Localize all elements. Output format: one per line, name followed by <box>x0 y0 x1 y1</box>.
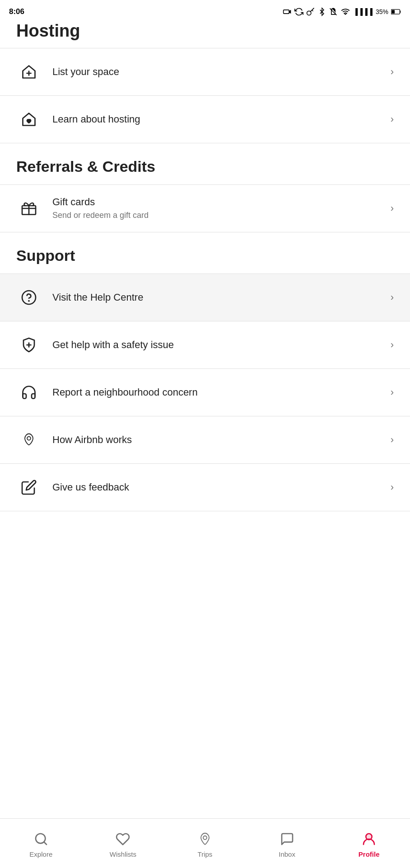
safety-issue-item[interactable]: Get help with a safety issue › <box>0 321 410 369</box>
wifi-icon <box>340 7 350 16</box>
signal-icon: ▐▐▐▐ <box>353 8 373 15</box>
svg-point-16 <box>203 836 207 840</box>
chevron-right-icon: › <box>391 203 394 214</box>
house-heart-icon <box>16 107 42 132</box>
nav-item-profile[interactable]: Profile <box>346 830 391 858</box>
svg-rect-4 <box>391 10 395 14</box>
airbnb-logo-icon <box>16 427 42 453</box>
support-section-title: Support <box>0 232 410 274</box>
nav-wishlists-label: Wishlists <box>110 850 136 858</box>
battery-icon <box>391 9 401 15</box>
learn-hosting-label: Learn about hosting <box>52 113 385 126</box>
partial-header: Hosting <box>0 22 410 48</box>
house-plus-icon <box>16 59 42 85</box>
profile-icon <box>360 830 377 848</box>
pencil-icon <box>16 475 42 500</box>
chevron-right-icon: › <box>391 292 394 303</box>
airbnb-trips-icon <box>196 830 214 848</box>
svg-point-13 <box>27 436 31 440</box>
sync-icon <box>294 7 303 16</box>
bottom-navigation: Explore Wishlists Trips <box>0 818 410 868</box>
svg-point-18 <box>366 834 372 840</box>
recording-icon <box>283 7 292 16</box>
nav-profile-label: Profile <box>359 850 380 858</box>
gift-cards-item[interactable]: Gift cards Send or redeem a gift card › <box>0 184 410 232</box>
chevron-right-icon: › <box>391 481 394 493</box>
nav-item-explore[interactable]: Explore <box>19 830 64 858</box>
referrals-section: Gift cards Send or redeem a gift card › <box>0 184 410 232</box>
mute-icon <box>329 7 338 16</box>
how-airbnb-works-item[interactable]: How Airbnb works › <box>0 416 410 464</box>
key-icon <box>306 7 315 16</box>
nav-item-wishlists[interactable]: Wishlists <box>100 830 145 858</box>
help-centre-item[interactable]: Visit the Help Centre › <box>0 274 410 321</box>
nav-item-inbox[interactable]: Inbox <box>265 830 310 858</box>
status-bar: 8:06 ▐▐▐▐ 35% <box>0 0 410 22</box>
gift-icon <box>16 196 42 221</box>
referrals-section-title: Referrals & Credits <box>0 143 410 184</box>
nav-trips-label: Trips <box>198 850 213 858</box>
how-airbnb-works-label: How Airbnb works <box>52 434 385 447</box>
give-feedback-label: Give us feedback <box>52 481 385 494</box>
help-centre-label: Visit the Help Centre <box>52 291 385 304</box>
give-feedback-item[interactable]: Give us feedback › <box>0 464 410 511</box>
chevron-right-icon: › <box>391 66 394 78</box>
heart-icon <box>114 830 131 848</box>
help-circle-icon <box>16 285 42 310</box>
gift-cards-subtitle: Send or redeem a gift card <box>52 210 385 221</box>
chevron-right-icon: › <box>391 339 394 351</box>
neighbourhood-concern-item[interactable]: Report a neighbourhood concern › <box>0 369 410 416</box>
nav-inbox-label: Inbox <box>279 850 295 858</box>
bottom-nav-wrapper: Explore Wishlists Trips <box>0 841 410 868</box>
chevron-right-icon: › <box>391 387 394 398</box>
gift-cards-label: Gift cards <box>52 196 385 209</box>
chevron-right-icon: › <box>391 434 394 446</box>
hosting-section: List your space › Learn about hosting › <box>0 48 410 143</box>
svg-point-9 <box>22 291 36 304</box>
headset-icon <box>16 380 42 405</box>
status-icons: ▐▐▐▐ 35% <box>283 7 401 16</box>
battery-text: 35% <box>376 8 388 15</box>
page-content: Hosting List your space › <box>0 22 410 584</box>
svg-rect-0 <box>284 10 289 14</box>
neighbourhood-concern-label: Report a neighbourhood concern <box>52 386 385 399</box>
chevron-right-icon: › <box>391 113 394 125</box>
learn-hosting-item[interactable]: Learn about hosting › <box>0 96 410 143</box>
bluetooth-icon <box>318 7 326 16</box>
chat-icon <box>279 830 296 848</box>
search-icon <box>33 830 50 848</box>
svg-point-2 <box>307 11 311 15</box>
status-time: 8:06 <box>9 7 24 16</box>
list-space-item[interactable]: List your space › <box>0 48 410 96</box>
shield-plus-icon <box>16 332 42 358</box>
page-title: Hosting <box>16 22 394 41</box>
support-section: Visit the Help Centre › Get help with a … <box>0 274 410 511</box>
svg-line-15 <box>44 842 47 844</box>
nav-explore-label: Explore <box>29 850 52 858</box>
safety-issue-label: Get help with a safety issue <box>52 339 385 352</box>
list-space-label: List your space <box>52 66 385 79</box>
nav-item-trips[interactable]: Trips <box>182 830 228 858</box>
